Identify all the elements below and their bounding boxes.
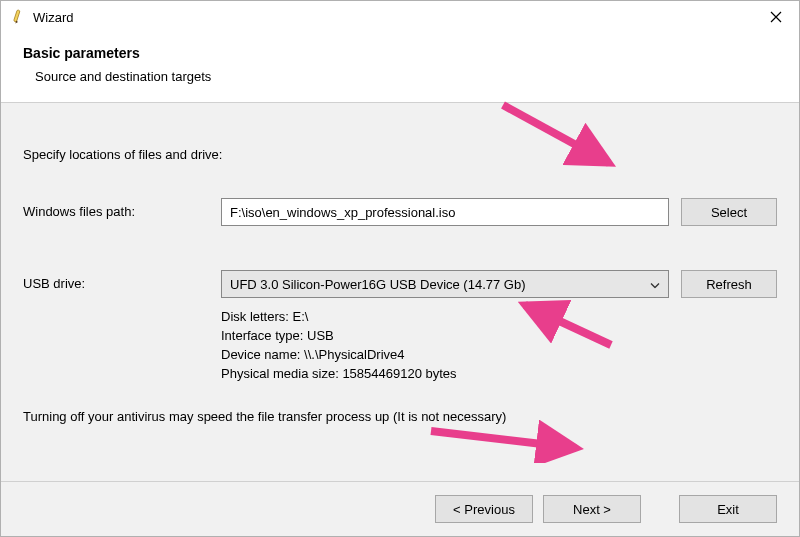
usb-drive-selected: UFD 3.0 Silicon-Power16G USB Device (14.… bbox=[230, 277, 526, 292]
drive-details: Disk letters: E:\ Interface type: USB De… bbox=[221, 308, 777, 383]
refresh-button[interactable]: Refresh bbox=[681, 270, 777, 298]
page-title: Basic parameters bbox=[23, 45, 777, 61]
chevron-down-icon bbox=[650, 277, 660, 292]
files-path-input[interactable] bbox=[221, 198, 669, 226]
svg-rect-0 bbox=[14, 10, 21, 22]
files-path-row: Windows files path: Select bbox=[23, 198, 777, 226]
files-path-label: Windows files path: bbox=[23, 198, 221, 219]
exit-button[interactable]: Exit bbox=[679, 495, 777, 523]
app-icon bbox=[9, 9, 25, 25]
detail-physical-size: Physical media size: 15854469120 bytes bbox=[221, 365, 777, 384]
body-panel: Specify locations of files and drive: Wi… bbox=[1, 103, 799, 481]
detail-disk-letters: Disk letters: E:\ bbox=[221, 308, 777, 327]
annotation-arrow-select bbox=[491, 97, 631, 177]
usb-drive-row: USB drive: UFD 3.0 Silicon-Power16G USB … bbox=[23, 270, 777, 298]
titlebar: Wizard bbox=[1, 1, 799, 33]
previous-button[interactable]: < Previous bbox=[435, 495, 533, 523]
antivirus-note: Turning off your antivirus may speed the… bbox=[23, 409, 777, 424]
next-button[interactable]: Next > bbox=[543, 495, 641, 523]
svg-line-3 bbox=[431, 431, 576, 448]
instruction-text: Specify locations of files and drive: bbox=[23, 147, 777, 162]
detail-device-name: Device name: \\.\PhysicalDrive4 bbox=[221, 346, 777, 365]
header-panel: Basic parameters Source and destination … bbox=[1, 33, 799, 103]
detail-interface-type: Interface type: USB bbox=[221, 327, 777, 346]
window-title: Wizard bbox=[33, 10, 753, 25]
select-button[interactable]: Select bbox=[681, 198, 777, 226]
close-button[interactable] bbox=[753, 1, 799, 33]
usb-drive-select[interactable]: UFD 3.0 Silicon-Power16G USB Device (14.… bbox=[221, 270, 669, 298]
page-subtitle: Source and destination targets bbox=[23, 69, 777, 84]
usb-drive-label: USB drive: bbox=[23, 270, 221, 291]
footer: < Previous Next > Exit bbox=[1, 481, 799, 536]
wizard-window: Wizard Basic parameters Source and desti… bbox=[0, 0, 800, 537]
